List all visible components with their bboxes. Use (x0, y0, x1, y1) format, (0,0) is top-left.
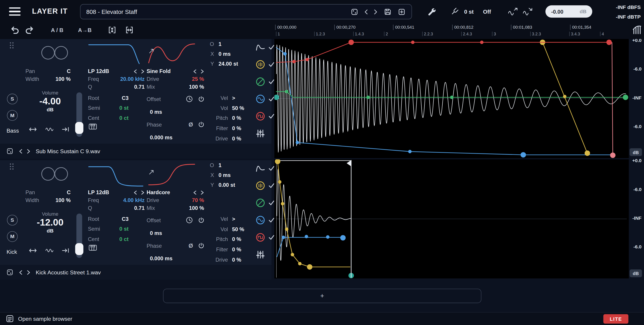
layer-drag-handle[interactable] (10, 42, 14, 48)
pan-width-circles[interactable] (40, 45, 69, 60)
save-as-preset-icon[interactable] (398, 8, 406, 16)
next-preset-icon[interactable] (374, 9, 378, 14)
envelope-point[interactable] (281, 202, 284, 206)
solo-button[interactable]: S (7, 215, 18, 226)
x-offset-value[interactable]: 0 ms (218, 50, 230, 57)
envelope-point-large[interactable] (623, 94, 628, 100)
envelope-line[interactable] (277, 238, 343, 257)
mod-pan-check-icon[interactable] (268, 182, 274, 189)
keyboard-icon[interactable] (89, 124, 97, 130)
open-sample-browser-button[interactable]: Open sample browser (18, 316, 72, 322)
mute-button[interactable]: M (7, 231, 18, 242)
envelope-point-large[interactable] (340, 235, 346, 240)
mod-square-check-icon[interactable] (268, 113, 274, 120)
width-value[interactable]: 100 % (56, 76, 71, 82)
mod-envelope-icon[interactable] (255, 164, 265, 173)
filter-type[interactable]: LP 12dB (88, 68, 109, 74)
vel-curve-value[interactable]: > (232, 95, 235, 101)
drive-type[interactable]: Sine Fold (147, 68, 171, 74)
volume-fader[interactable] (76, 214, 82, 258)
envelope-point[interactable] (285, 90, 288, 93)
menu-icon[interactable] (9, 8, 20, 16)
offset-value[interactable]: 0 ms (150, 230, 162, 236)
vel-pitch-value[interactable]: 0 % (232, 115, 241, 122)
vel-vol-value[interactable]: 50 % (232, 226, 244, 232)
envelope-point[interactable] (326, 235, 329, 238)
filter-curve[interactable] (88, 41, 144, 66)
mix-value[interactable]: 100 % (189, 84, 204, 90)
cent-value[interactable]: 0 ct (120, 236, 128, 242)
drive-curve[interactable] (147, 41, 204, 66)
envelope-point[interactable] (283, 52, 287, 55)
envelope-point-large[interactable] (585, 150, 590, 156)
pan-width-circles[interactable] (40, 166, 69, 182)
offset-clock-icon[interactable] (186, 95, 193, 102)
envelope-point[interactable] (305, 235, 308, 238)
mix-value[interactable]: 100 % (189, 205, 204, 211)
layer-name[interactable]: Kick (6, 249, 17, 255)
semi-value[interactable]: 0 st (120, 226, 128, 232)
phase-power-icon[interactable] (198, 242, 204, 249)
drive-value[interactable]: 70 % (192, 197, 204, 204)
envelope-point[interactable] (278, 180, 281, 184)
waveform-panel-top[interactable] (274, 39, 629, 158)
harmonics-icon[interactable] (632, 25, 642, 36)
solo-button[interactable]: S (7, 94, 18, 104)
transpose-mode[interactable]: Off (483, 9, 491, 15)
volume-value[interactable]: -12.00 (31, 217, 69, 228)
mod-sliders-icon[interactable] (255, 128, 265, 138)
pitch-wave-icon[interactable] (522, 6, 533, 16)
freq-value[interactable]: 4.00 kHz (123, 197, 144, 204)
mod-sine-lfo-icon[interactable] (255, 215, 265, 225)
pan-value[interactable]: C (67, 68, 70, 74)
envelope-point-large[interactable] (520, 152, 526, 158)
layer-drag-handle[interactable] (10, 164, 14, 170)
filter-prev-icon[interactable] (134, 69, 137, 74)
envelope-point-large[interactable] (610, 152, 616, 158)
mod-wave-icon[interactable] (508, 6, 518, 16)
layer-name[interactable]: Bass (6, 128, 19, 134)
mod-square-check-icon[interactable] (268, 234, 274, 240)
stereo-spread-icon[interactable] (29, 126, 37, 132)
mod-bypass-icon[interactable] (255, 198, 265, 208)
redo-icon[interactable] (25, 25, 34, 35)
preset-name[interactable]: 808 - Elevator Staff (86, 8, 137, 15)
timeline-ruler[interactable]: 00:00,000 00:00,270 00:00,541 00:00,812 … (274, 24, 629, 39)
sample-name[interactable]: Sub Misc Sustain C 9.wav (36, 148, 100, 154)
output-gain-field[interactable]: -0.00 dB (546, 6, 592, 18)
volume-value[interactable]: -4.00 (31, 96, 69, 107)
envelope-point[interactable] (296, 141, 299, 144)
mod-envelope-icon[interactable] (255, 42, 265, 52)
stereo-spread-icon[interactable] (29, 248, 37, 254)
mod-square-lfo-icon[interactable] (255, 232, 265, 242)
random-sample-icon[interactable] (6, 269, 14, 276)
transpose-value[interactable]: 0 st (464, 9, 474, 15)
sample-end-handle[interactable] (347, 160, 351, 166)
envelope-point-large[interactable] (275, 159, 280, 164)
mod-pan-lfo-icon[interactable] (255, 181, 265, 190)
drive-curve[interactable] (147, 162, 204, 187)
fader-handle[interactable] (75, 243, 84, 255)
random-preset-icon[interactable] (351, 8, 358, 16)
vel-pitch-value[interactable]: 0 % (232, 236, 241, 242)
drive-type[interactable]: Hardcore (147, 189, 170, 196)
random-sample-icon[interactable] (6, 148, 14, 154)
filter-next-icon[interactable] (141, 69, 145, 74)
vel-filter-value[interactable]: 0 % (232, 125, 241, 132)
mod-square-lfo-icon[interactable] (255, 111, 265, 121)
envelope-point[interactable] (291, 253, 294, 256)
filter-type[interactable]: LP 12dB (88, 189, 109, 196)
q-value[interactable]: 0.71 (134, 205, 144, 211)
waveform-mode-icon[interactable] (45, 248, 54, 254)
next-sample-icon[interactable] (27, 148, 31, 154)
fit-vertical-icon[interactable] (108, 26, 116, 34)
ab-copy-button[interactable]: A→B (78, 27, 92, 33)
envelope-point-large[interactable] (348, 40, 354, 45)
y-pitch-value[interactable]: 24.00 st (218, 60, 238, 67)
root-value[interactable]: C3 (122, 216, 128, 222)
mod-sine-check-icon[interactable] (268, 217, 274, 223)
filter-next-icon[interactable] (141, 190, 145, 195)
keyboard-icon[interactable] (89, 245, 97, 251)
cent-value[interactable]: 0 ct (120, 115, 128, 121)
mod-envelope-check-icon[interactable] (268, 165, 274, 172)
